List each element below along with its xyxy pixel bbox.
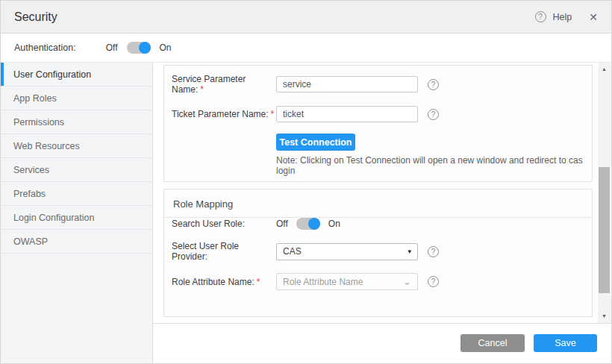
help-link[interactable]: Help [553,12,572,22]
authentication-label: Authentication: [14,43,76,53]
close-icon[interactable]: ✕ [589,11,598,23]
dialog-header: Security ? Help ✕ [1,1,611,34]
role-attribute-row: Role Attribute Name:* Role Attribute Nam… [164,273,592,290]
label-text: Ticket Parameter Name: [172,109,269,119]
ticket-parameter-label: Ticket Parameter Name:* [172,109,276,119]
ticket-parameter-input[interactable] [276,106,418,122]
vertical-scrollbar[interactable]: ▲ ▼ [598,63,611,323]
service-parameter-label: Service Parameter Name:* [172,74,276,95]
authentication-toggle[interactable] [127,42,151,54]
search-user-role-on-label: On [328,219,340,229]
header-actions: ? Help ✕ [535,11,598,23]
test-connection-row: Test Connection [164,134,592,151]
search-user-role-label: Search User Role: [172,219,276,229]
label-text: Role Attribute Name: [172,277,255,287]
dropdown-caret-icon: ▾ [408,248,411,255]
scroll-up-icon[interactable]: ▲ [598,64,611,75]
security-dialog: Security ? Help ✕ Authentication: Off On… [0,0,612,364]
label-text: Service Parameter Name: [172,74,246,95]
ticket-parameter-row: Ticket Parameter Name:* ? [164,106,592,122]
required-marker: * [200,84,204,95]
sidebar-item-user-configuration[interactable]: User Configuration [1,63,152,87]
role-mapping-title: Role Mapping [164,189,592,218]
help-icon[interactable]: ? [535,11,546,22]
help-icon[interactable]: ? [428,79,439,90]
dialog-footer: Cancel Save [153,323,611,364]
sidebar: User Configuration App Roles Permissions… [1,63,153,364]
scroll-down-icon[interactable]: ▼ [598,311,611,321]
search-user-role-off-label: Off [276,219,288,229]
role-attribute-placeholder: Role Attribute Name [283,277,363,287]
help-icon[interactable]: ? [428,246,439,257]
user-role-provider-label: Select User Role Provider: [172,241,276,262]
sidebar-item-permissions[interactable]: Permissions [1,110,152,134]
test-connection-button[interactable]: Test Connection [276,134,355,151]
scroll-area: Service Parameter Name:* ? Ticket Parame… [153,63,611,323]
authentication-row: Authentication: Off On [1,34,611,63]
role-mapping-panel: Role Mapping Search User Role: Off On Se… [163,189,593,317]
user-role-provider-row: Select User Role Provider: CAS ▾ ? [164,241,592,262]
chevron-down-icon: ⌄ [403,278,411,286]
page-title: Security [14,10,57,24]
service-parameter-input[interactable] [276,76,418,92]
service-parameter-row: Service Parameter Name:* ? [164,74,592,95]
cancel-button[interactable]: Cancel [460,334,525,352]
test-connection-note: Note: Clicking on Test Connection will o… [164,155,592,176]
toggle-knob [308,218,320,230]
sidebar-item-app-roles[interactable]: App Roles [1,87,152,110]
toggle-knob [139,42,151,54]
connection-panel: Service Parameter Name:* ? Ticket Parame… [163,65,593,182]
sidebar-item-owasp[interactable]: OWASP [1,230,152,254]
scrollbar-thumb[interactable] [599,167,610,293]
search-user-role-row: Search User Role: Off On [164,218,592,230]
authentication-off-label: Off [106,43,118,53]
help-icon[interactable]: ? [428,109,439,120]
sidebar-item-login-configuration[interactable]: Login Configuration [1,206,152,230]
required-marker: * [271,109,275,119]
content-area: Service Parameter Name:* ? Ticket Parame… [153,63,611,364]
search-user-role-toggle[interactable] [296,218,320,230]
dialog-body: User Configuration App Roles Permissions… [1,63,611,364]
user-role-provider-select[interactable]: CAS ▾ [276,243,418,260]
sidebar-item-services[interactable]: Services [1,158,152,182]
selected-provider: CAS [283,246,302,257]
save-button[interactable]: Save [534,334,597,352]
help-icon[interactable]: ? [428,276,439,287]
authentication-on-label: On [160,43,172,53]
role-attribute-label: Role Attribute Name:* [172,277,276,287]
sidebar-item-prefabs[interactable]: Prefabs [1,182,152,206]
role-attribute-combobox[interactable]: Role Attribute Name ⌄ [276,273,418,290]
search-user-role-toggle-group: Off On [276,218,340,230]
sidebar-item-web-resources[interactable]: Web Resources [1,134,152,158]
required-marker: * [257,277,260,287]
